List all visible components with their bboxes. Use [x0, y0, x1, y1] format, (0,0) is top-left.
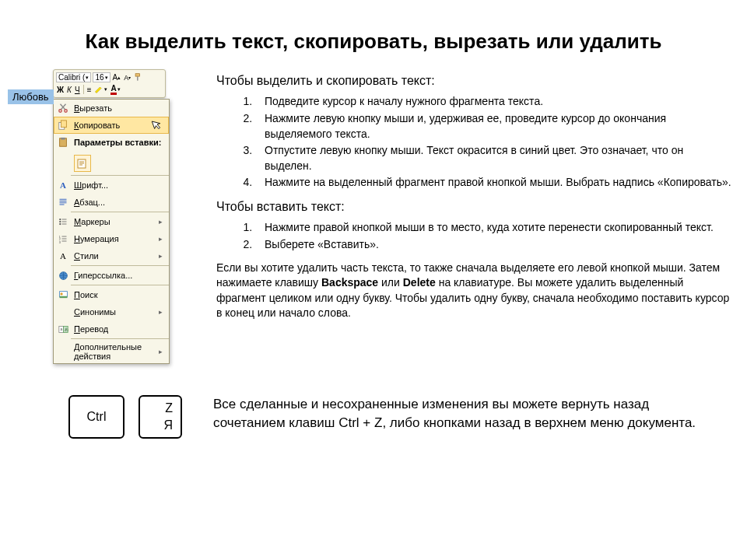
numbering-icon: 123: [57, 233, 69, 245]
menu-additional[interactable]: Дополнительные действия ▸: [54, 340, 169, 363]
search-icon: [57, 289, 69, 301]
translate-icon: aあ: [57, 323, 69, 335]
format-painter-icon[interactable]: [133, 73, 143, 82]
menu-label: Вырезать: [74, 103, 166, 113]
menu-bullets[interactable]: Маркеры ▸: [54, 213, 169, 230]
scissors-icon: [57, 102, 69, 114]
italic-icon[interactable]: К: [66, 86, 72, 94]
copy-icon: [57, 119, 69, 131]
underline-icon[interactable]: Ч: [74, 86, 81, 94]
list-item: Подведите курсор к началу нужного фрагме…: [255, 94, 731, 110]
menu-label: Перевод: [74, 324, 166, 334]
menu-label: Шрифт...: [74, 180, 166, 190]
svg-point-2: [59, 110, 62, 113]
menu-cut[interactable]: Вырезать: [54, 100, 169, 117]
chevron-right-icon: ▸: [159, 235, 166, 243]
svg-rect-5: [61, 121, 66, 128]
delete-paragraph: Если вы хотите удалить часть текста, то …: [216, 261, 731, 321]
paragraph-icon: [57, 196, 69, 208]
menu-hyperlink[interactable]: Гиперссылка...: [54, 267, 169, 284]
bold-icon[interactable]: Ж: [56, 86, 65, 94]
menu-font[interactable]: A Шрифт...: [54, 177, 169, 194]
context-menu: Вырезать Копировать Параметры вставки:: [53, 99, 170, 364]
menu-label: Дополнительные действия: [74, 342, 154, 361]
svg-point-11: [59, 223, 61, 225]
z-key: Z Я: [139, 395, 182, 439]
keyboard-keys: Ctrl Z Я: [68, 395, 182, 439]
list-item: Отпустите левую кнопку мыши. Текст окрас…: [255, 143, 731, 173]
copy-steps-list: Подведите курсор к началу нужного фрагме…: [216, 94, 731, 191]
align-icon[interactable]: ≡: [86, 86, 93, 94]
paste-steps-list: Нажмите правой кнопкой мыши в то место, …: [216, 220, 731, 252]
instructions: Чтобы выделить и скопировать текст: Подв…: [216, 69, 731, 364]
menu-label: Синонимы: [74, 307, 154, 317]
chevron-right-icon: ▸: [159, 252, 166, 260]
section-heading: Чтобы вставить текст:: [216, 198, 731, 215]
menu-styles[interactable]: A Стили ▸: [54, 247, 169, 264]
page-title: Как выделить текст, скопировать, вырезат…: [0, 0, 747, 69]
highlight-icon[interactable]: ▾: [93, 85, 108, 94]
clipboard-icon: [57, 136, 69, 149]
font-name-box[interactable]: Calibri (▾: [56, 72, 91, 82]
menu-synonyms[interactable]: Синонимы ▸: [54, 303, 169, 320]
menu-label: Нумерация: [74, 234, 154, 243]
ctrl-key: Ctrl: [68, 395, 124, 439]
svg-point-17: [60, 292, 62, 295]
menu-paragraph[interactable]: Абзац...: [54, 194, 169, 211]
svg-rect-1: [137, 76, 138, 81]
list-item: Нажмите левую кнопку мыши и, удерживая е…: [255, 111, 731, 142]
menu-label: Маркеры: [74, 217, 154, 226]
font-a-icon: A: [57, 179, 69, 191]
menu-translate[interactable]: aあ Перевод: [54, 320, 169, 338]
selected-text: Любовь: [8, 89, 54, 104]
menu-label: Абзац...: [74, 198, 166, 207]
menu-label: Поиск: [74, 290, 166, 299]
paste-default-icon[interactable]: [74, 155, 91, 172]
menu-label: Гиперссылка...: [74, 271, 166, 280]
svg-rect-0: [135, 74, 140, 76]
chevron-right-icon: ▸: [159, 308, 166, 316]
svg-point-3: [65, 110, 68, 113]
list-item: Нажмите правой кнопкой мыши в то место, …: [255, 220, 731, 236]
svg-text:あ: あ: [65, 327, 68, 331]
menu-label: Параметры вставки:: [74, 138, 166, 147]
list-item: Выберете «Вставить».: [255, 237, 731, 253]
undo-tip: Все сделанные и несохраненные изменения …: [213, 395, 724, 432]
styles-icon: A: [57, 250, 69, 262]
menu-label: Стили: [74, 251, 154, 261]
font-color-icon[interactable]: A▾: [110, 84, 121, 95]
menu-copy[interactable]: Копировать: [54, 117, 169, 134]
list-item: Нажмите на выделенный фрагмент правой кн…: [255, 175, 731, 191]
grow-font-icon[interactable]: A▴: [112, 73, 122, 82]
menu-paste-options: Параметры вставки:: [54, 134, 169, 151]
word-screenshot: Любовь Calibri (▾ 16▾ A▴ A▾ Ж К Ч ≡ ▾: [16, 69, 202, 364]
menu-search[interactable]: Поиск: [54, 286, 169, 303]
svg-rect-7: [61, 138, 65, 140]
paste-option-row: [54, 151, 169, 174]
chevron-right-icon: ▸: [159, 218, 166, 226]
svg-text:3: 3: [59, 241, 61, 243]
svg-text:a: a: [60, 327, 62, 331]
mini-toolbar: Calibri (▾ 16▾ A▴ A▾ Ж К Ч ≡ ▾ A▾: [53, 69, 166, 98]
chevron-right-icon: ▸: [159, 348, 166, 355]
svg-point-10: [59, 221, 61, 222]
menu-numbering[interactable]: 123 Нумерация ▸: [54, 230, 169, 247]
svg-point-9: [59, 219, 61, 220]
shrink-font-icon[interactable]: A▾: [123, 74, 132, 82]
font-size-box[interactable]: 16▾: [93, 72, 110, 82]
hyperlink-icon: [57, 269, 69, 282]
section-heading: Чтобы выделить и скопировать текст:: [216, 72, 731, 89]
bullets-icon: [57, 215, 69, 228]
